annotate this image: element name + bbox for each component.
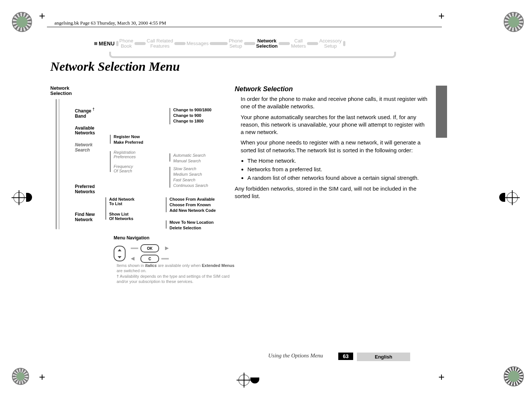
c-button-icon: C [140, 255, 159, 263]
tree-line [58, 99, 60, 229]
list-item: A random list of other networks found ab… [247, 174, 428, 182]
header-rule [47, 27, 442, 27]
menu-item-phone-book: PhoneBook [119, 38, 133, 48]
connector-icon [343, 41, 345, 46]
menu-bullet-icon [94, 42, 97, 45]
arrow-left-icon [131, 257, 138, 261]
connector-icon [131, 248, 138, 249]
registration-rosette [12, 368, 29, 385]
tree-line [170, 108, 170, 124]
tree-leaf: Medium Search [173, 172, 208, 176]
page-number: 63 [338, 353, 353, 360]
menu-item-call-meters: CallMeters [291, 38, 306, 48]
body-paragraph: Any forbidden networks, stored in the SI… [235, 185, 428, 200]
body-text: Network Selection In order for the phone… [235, 86, 428, 203]
list-item: The Home network. [247, 157, 428, 165]
menu-item-phone-setup: PhoneSetup [229, 38, 243, 48]
tree-leaf: Automatic Search [173, 153, 206, 157]
tree-leaf: Manual Search [173, 159, 206, 163]
triangle-down-icon [118, 256, 121, 258]
connector-icon [116, 41, 118, 46]
menu-tree-diagram: NetworkSelection Change † Band Available… [50, 86, 222, 320]
tree-node: Show ListOf Networks [109, 212, 134, 221]
crop-mark-icon [439, 13, 444, 19]
up-down-rocker-icon [114, 246, 126, 261]
body-paragraph: In order for the phone to make and recei… [241, 95, 428, 111]
connector-icon [307, 42, 318, 45]
page-title: Network Selection Menu [50, 60, 180, 73]
crop-mark-icon [39, 375, 45, 380]
menu-underline [109, 52, 396, 58]
tree-leaf: Register Now [114, 134, 143, 139]
connector-icon [279, 42, 290, 45]
registration-rosette [12, 12, 32, 32]
connector-icon [161, 258, 169, 259]
thumb-tab [436, 86, 447, 138]
body-paragraph: Your phone automatically searches for th… [241, 114, 428, 136]
crop-mark-icon [39, 13, 45, 19]
section-heading: Network Selection [235, 86, 428, 92]
menu-item-messages: Messages [187, 41, 209, 46]
crop-mark-icon [439, 375, 444, 380]
registration-rosette [504, 12, 524, 32]
menu-breadcrumb: MENU PhoneBook Call RelatedFeatures Mess… [94, 36, 396, 60]
tree-line [56, 99, 57, 229]
list-item: Networks from a preferred list. [247, 166, 428, 173]
tree-leaf: Add New Network Code [170, 208, 216, 213]
body-bullet-list: The Home network. Networks from a prefer… [241, 157, 428, 182]
body-paragraph: When your phone needs to register with a… [241, 139, 428, 154]
tree-line [166, 197, 167, 212]
tree-line [170, 153, 170, 162]
registration-cross-icon [238, 375, 250, 386]
tree-line [166, 220, 167, 229]
tree-line [170, 167, 170, 188]
tree-leaf: Make Preferred [114, 140, 143, 144]
menu-item-call-related: Call RelatedFeatures [147, 38, 173, 48]
halfmoon-icon [26, 193, 32, 202]
triangle-up-icon [118, 249, 121, 251]
tree-leaf: Choose From Known [170, 203, 216, 207]
footer-language: English [357, 353, 410, 361]
page: angelsing.bk Page 63 Thursday, March 30,… [0, 0, 532, 395]
page-footer: Using the Options Menu 63 English [0, 353, 532, 361]
halfmoon-icon [499, 193, 505, 202]
tree-leaf: Choose From Available [170, 197, 216, 201]
tree-line [110, 135, 111, 144]
menu-item-accessory-setup: AccessorySetup [319, 38, 342, 48]
tree-leaf: Move To New Location [170, 220, 213, 224]
tree-item-network-search: NetworkSearch [75, 143, 95, 153]
menu-navigation-label: Menu Navigation [114, 235, 149, 240]
connector-icon [210, 42, 228, 45]
diagram-footnote: Items shown in Italics are available onl… [117, 263, 236, 284]
tree-leaf: Change to 1800 [173, 119, 212, 123]
footer-section-title: Using the Options Menu [268, 353, 323, 359]
tree-leaf: Slow Search [173, 166, 208, 171]
tree-leaf: Fast Search [173, 178, 208, 182]
tree-node: RegistrationPreferences [114, 150, 136, 159]
tree-leaf: Continuous Search [173, 183, 208, 188]
nav-buttons: OK C [114, 244, 169, 263]
tree-leaf: Change to 900 [173, 113, 212, 118]
running-head: angelsing.bk Page 63 Thursday, March 30,… [54, 20, 166, 26]
connector-icon [174, 42, 186, 45]
tree-node: FrequencyOf Search [114, 164, 136, 173]
registration-rosette [504, 366, 524, 386]
registration-cross-icon [13, 192, 25, 203]
tree-root-label: NetworkSelection [50, 86, 72, 96]
tree-leaf: Change to 900/1800 [173, 108, 212, 112]
ok-button-icon: OK [140, 244, 159, 252]
tree-leaf: Delete Selection [170, 226, 213, 230]
tree-line [105, 197, 106, 220]
registration-cross-icon [507, 192, 518, 203]
tree-item-change-band: Change † Band [75, 107, 95, 119]
arrow-right-icon [161, 246, 169, 250]
tree-item-available-networks: AvailableNetworks [75, 126, 95, 136]
tree-line [110, 151, 111, 172]
halfmoon-icon [250, 378, 259, 383]
tree-item-preferred-networks: PreferredNetworks [75, 184, 95, 195]
tree-node: Add NetworkTo List [109, 197, 134, 206]
connector-icon [244, 42, 255, 45]
tree-item-find-new-network: Find NewNetwork [75, 212, 95, 223]
menu-item-network-selection: NetworkSelection [256, 38, 278, 48]
menu-label: MENU [99, 41, 115, 47]
